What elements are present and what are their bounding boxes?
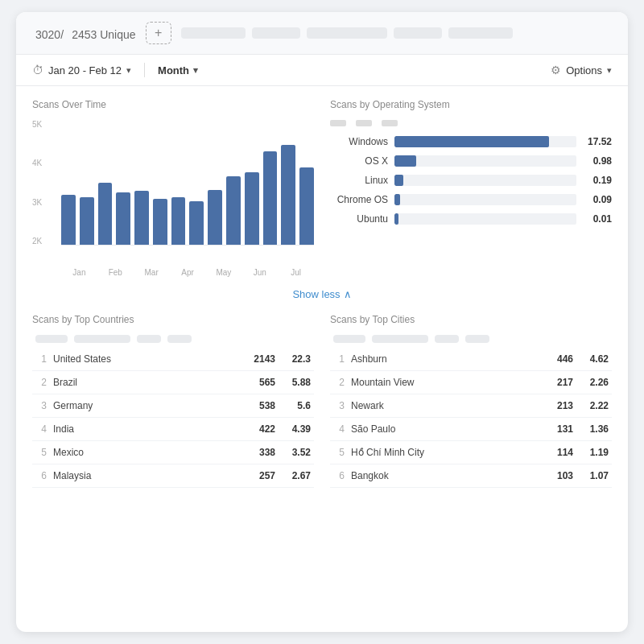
row-pct: 2.26 [580, 377, 609, 388]
col-header-3 [137, 335, 161, 343]
add-button[interactable]: + [146, 22, 171, 44]
bar-item[interactable] [80, 197, 94, 245]
table-row: 3 Germany 538 5.6 [32, 394, 314, 418]
page-title: 3020/ 2453 Unique [32, 23, 136, 43]
bar-item[interactable] [281, 145, 295, 245]
row-pct: 2.67 [282, 470, 311, 481]
x-label: Jul [278, 268, 314, 277]
date-range-label: Jan 20 - Feb 12 [48, 64, 122, 76]
bar-item[interactable] [208, 190, 222, 245]
options-button[interactable]: ⚙ Options ▾ [551, 64, 612, 76]
os-row: OS X 0.98 [330, 155, 612, 167]
show-less-button[interactable]: Show less ∧ [292, 288, 351, 300]
os-value: 0.19 [583, 175, 612, 186]
month-selector[interactable]: Month ▾ [158, 64, 198, 76]
bar-item[interactable] [153, 199, 167, 245]
chevron-up-icon: ∧ [344, 288, 352, 300]
scans-over-time-section: Scans Over Time 5K4K3K2K JanFebMarAprMay… [32, 99, 314, 277]
bar-item[interactable] [245, 172, 259, 245]
y-label: 4K [32, 159, 42, 167]
bar-item[interactable] [61, 195, 76, 245]
header-pills [181, 27, 612, 39]
os-value: 0.01 [583, 213, 612, 225]
os-value: 0.98 [583, 155, 612, 167]
os-bar-container [394, 155, 576, 167]
bar-item[interactable] [189, 201, 204, 245]
table-row: 2 Mountain View 217 2.26 [330, 371, 612, 394]
countries-table-section: Scans by Top Countries 1 United States 2… [32, 314, 314, 488]
scans-by-os-title: Scans by Operating System [330, 99, 612, 110]
os-name: Linux [330, 175, 388, 186]
row-country-name: India [53, 423, 237, 435]
row-count: 257 [243, 470, 275, 481]
bar-chart-inner [61, 120, 314, 246]
bar-item[interactable] [98, 183, 113, 246]
bar-item[interactable] [134, 191, 149, 245]
month-chevron-icon: ▾ [193, 65, 198, 76]
row-pct: 4.62 [580, 353, 609, 365]
bar-item[interactable] [263, 151, 278, 245]
col-header-2 [74, 335, 130, 343]
row-rank: 1 [333, 353, 345, 365]
row-pct: 22.3 [282, 353, 311, 365]
os-rows: Windows 17.52 OS X 0.98 Linux 0.19 Chrom… [330, 136, 612, 225]
cities-col-2 [372, 335, 428, 343]
table-row: 1 Ashburn 446 4.62 [330, 348, 612, 371]
cities-col-headers [330, 335, 612, 343]
row-pct: 2.22 [580, 400, 609, 411]
cities-col-3 [435, 335, 459, 343]
os-row: Windows 17.52 [330, 136, 612, 147]
row-rank: 4 [35, 423, 47, 435]
bar-item[interactable] [226, 176, 241, 245]
os-bar [394, 213, 398, 225]
month-label: Month [158, 64, 189, 76]
row-rank: 5 [333, 447, 345, 458]
unique-count: 2453 Unique [72, 28, 135, 41]
row-count: 422 [243, 423, 275, 435]
row-pct: 5.88 [282, 377, 311, 388]
main-card: 3020/ 2453 Unique + ⏱ Jan 20 - Feb 12 ▾ … [16, 12, 628, 632]
table-row: 4 São Paulo 131 1.36 [330, 418, 612, 441]
bar-item[interactable] [299, 167, 314, 245]
row-city-name: Mountain View [351, 377, 535, 388]
row-rank: 1 [35, 353, 47, 365]
row-pct: 1.07 [580, 470, 609, 481]
x-axis: JanFebMarAprMayJunJul [32, 268, 314, 277]
row-count: 565 [243, 377, 275, 388]
bar-item[interactable] [171, 197, 186, 245]
pill-4 [394, 27, 442, 39]
row-rank: 2 [333, 377, 345, 388]
toolbar-divider [144, 63, 145, 77]
row-pct: 4.39 [282, 423, 311, 435]
os-bar-container [394, 194, 576, 205]
row-rank: 3 [35, 400, 47, 411]
os-name: Windows [330, 136, 388, 147]
gear-icon: ⚙ [551, 64, 561, 76]
add-icon: + [155, 26, 162, 40]
row-city-name: Newark [351, 400, 535, 411]
os-value: 17.52 [583, 136, 612, 147]
cities-title: Scans by Top Cities [330, 314, 612, 325]
table-row: 4 India 422 4.39 [32, 418, 314, 441]
bar-chart: 5K4K3K2K [32, 120, 314, 265]
col-header-4 [167, 335, 192, 343]
date-range-selector[interactable]: ⏱ Jan 20 - Feb 12 ▾ [32, 64, 131, 76]
row-count: 446 [541, 353, 573, 365]
row-count: 103 [541, 470, 573, 481]
row-city-name: São Paulo [351, 423, 535, 435]
os-bar-container [394, 175, 576, 186]
row-pct: 1.36 [580, 423, 609, 435]
row-rank: 4 [333, 423, 345, 435]
row-count: 217 [541, 377, 573, 388]
bar-item[interactable] [116, 192, 130, 245]
pill-3 [307, 27, 387, 39]
row-count: 538 [243, 400, 275, 411]
table-row: 1 United States 2143 22.3 [32, 348, 314, 371]
x-label: Feb [97, 268, 134, 277]
os-legend-item-3 [382, 120, 398, 126]
table-row: 6 Malaysia 257 2.67 [32, 464, 314, 488]
cities-col-1 [333, 335, 365, 343]
os-bar [394, 136, 549, 147]
row-rank: 6 [35, 470, 47, 481]
x-label: Jun [242, 268, 278, 277]
